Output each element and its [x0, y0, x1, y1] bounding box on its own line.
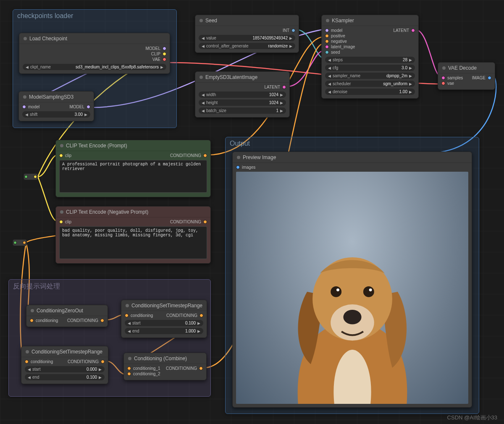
- node-load-checkpoint[interactable]: Load Checkpoint MODEL CLIP VAE ◀ ckpt_na…: [19, 33, 170, 74]
- svg-point-3: [331, 286, 341, 297]
- textarea-prompt[interactable]: [59, 160, 207, 193]
- widget-denoise[interactable]: ◀denoise1.00▶: [325, 89, 415, 95]
- node-preview-image[interactable]: Preview Image images: [232, 152, 472, 408]
- node-cstr-2[interactable]: ConditioningSetTimestepRange conditionin…: [21, 346, 108, 384]
- widget-cfg[interactable]: ◀cfg3.0▶: [325, 65, 415, 71]
- node-title: Preview Image: [243, 154, 276, 160]
- node-title: CLIP Text Encode (Prompt): [66, 143, 127, 149]
- node-empty-latent[interactable]: EmptySD3LatentImage LATENT ◀width1024▶ ◀…: [195, 71, 290, 118]
- widget-start[interactable]: ◀start0.000▶: [25, 366, 105, 372]
- widget-steps[interactable]: ◀steps28▶: [325, 57, 415, 63]
- textarea-negative[interactable]: [59, 226, 207, 259]
- group-title: 反向提示词处理: [9, 280, 210, 293]
- widget-sampler[interactable]: ◀sampler_namedpmpp_2m▶: [325, 73, 415, 79]
- watermark: CSDN @AI绘画小33: [447, 414, 497, 421]
- svg-point-6: [369, 288, 372, 291]
- widget-start[interactable]: ◀start0.100▶: [125, 320, 203, 326]
- svg-point-4: [363, 286, 374, 297]
- node-title: EmptySD3LatentImage: [205, 74, 257, 80]
- node-vae-decode[interactable]: VAE Decode samples IMAGE vae: [438, 62, 495, 90]
- node-ksampler[interactable]: KSampler model LATENT positive negative …: [321, 15, 419, 99]
- reroute-clip[interactable]: [24, 173, 38, 180]
- node-title: ConditioningZeroOut: [37, 308, 83, 314]
- node-title: ModelSamplingSD3: [29, 94, 74, 100]
- svg-point-2: [343, 310, 361, 325]
- widget-shift[interactable]: ◀shift 3.00▶: [22, 111, 90, 118]
- node-title: ConditioningSetTimestepRange: [131, 303, 202, 309]
- group-title: Output: [226, 137, 479, 150]
- node-title: VAE Decode: [448, 65, 477, 71]
- node-title: KSampler: [332, 18, 354, 24]
- widget-end[interactable]: ◀end0.100▶: [25, 374, 105, 380]
- group-title: checkpoints loader: [13, 10, 176, 22]
- node-conditioning-zero-out[interactable]: ConditioningZeroOut conditioning CONDITI…: [26, 305, 108, 327]
- node-title: Seed: [205, 18, 217, 24]
- widget-ckpt-name[interactable]: ◀ ckpt_name sd3_medium_incl_clips_t5xxlf…: [23, 64, 166, 70]
- preview-output-image: [236, 172, 468, 404]
- svg-point-5: [336, 288, 339, 291]
- reroute-neg-conditioning[interactable]: [13, 239, 27, 246]
- node-seed[interactable]: Seed INT ◀value185745095249342▶ ◀control…: [195, 15, 299, 53]
- node-title: Load Checkpoint: [29, 36, 67, 42]
- widget-height[interactable]: ◀height1024▶: [199, 99, 286, 106]
- node-title: CLIP Text Encode (Negative Prompt): [66, 209, 148, 215]
- node-clip-prompt[interactable]: CLIP Text Encode (Prompt) clip CONDITION…: [55, 140, 211, 197]
- node-clip-negative[interactable]: CLIP Text Encode (Negative Prompt) clip …: [55, 206, 211, 264]
- node-model-sampling-sd3[interactable]: ModelSamplingSD3 model MODEL ◀shift 3.00…: [18, 91, 94, 121]
- widget-seed-ctrl[interactable]: ◀control_after_generaterandomize▶: [199, 43, 295, 49]
- widget-end[interactable]: ◀end1.000▶: [125, 328, 203, 334]
- chevron-right-icon[interactable]: ▶: [160, 65, 163, 69]
- chevron-left-icon[interactable]: ◀: [26, 65, 29, 69]
- node-title: Conditioning (Combine): [134, 356, 187, 361]
- node-title: ConditioningSetTimestepRange: [32, 349, 102, 355]
- node-cstr-1[interactable]: ConditioningSetTimestepRange conditionin…: [121, 300, 207, 338]
- node-conditioning-combine[interactable]: Conditioning (Combine) conditioning_1 CO…: [123, 353, 207, 380]
- widget-width[interactable]: ◀width1024▶: [199, 92, 286, 98]
- widget-scheduler[interactable]: ◀schedulersgm_uniform▶: [325, 81, 415, 87]
- widget-batch[interactable]: ◀batch_size1▶: [199, 107, 286, 114]
- widget-seed-value[interactable]: ◀value185745095249342▶: [199, 35, 295, 41]
